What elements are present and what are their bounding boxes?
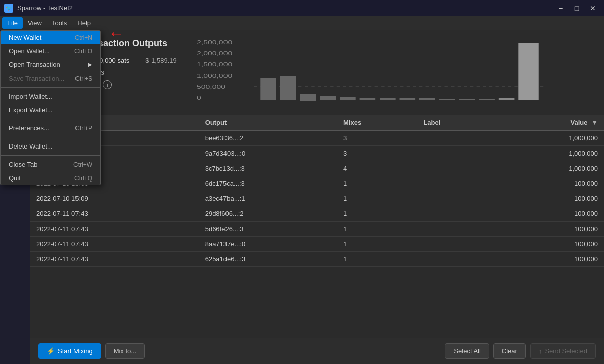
cell-date: 2022-07-11 07:43	[30, 237, 199, 252]
svg-text:1,500,000: 1,500,000	[197, 62, 232, 67]
svg-rect-7	[260, 78, 276, 100]
table-row[interactable]: 2022-07-11 07:43 29d8f606...:2 1 100,000	[30, 206, 604, 222]
svg-rect-8	[280, 76, 296, 100]
cell-output: bee63f36...:2	[199, 131, 337, 146]
cell-value: 100,000	[495, 237, 604, 252]
toolbar-right: Select All Clear ↑ Send Selected	[445, 343, 596, 359]
table-row[interactable]: 2022-07-11 08:47 3c7bc13d...:3 4 1,000,0…	[30, 161, 604, 176]
cell-date: 2022-07-11 07:43	[30, 206, 199, 222]
svg-text:1,000,000: 1,000,000	[197, 73, 232, 79]
cell-value: 1,000,000	[495, 161, 604, 176]
cell-label	[417, 161, 495, 176]
close-button[interactable]: ✕	[586, 3, 600, 14]
cell-output: 5d66fe26...:3	[199, 222, 337, 237]
svg-text:0: 0	[197, 95, 201, 101]
content-area: Unspent Transaction Outputs Balance: 5,6…	[30, 30, 604, 364]
menu-import-wallet[interactable]: Import Wallet...	[1, 90, 100, 103]
col-mixes: Mixes	[337, 115, 417, 131]
cell-mixes: 3	[337, 131, 417, 146]
cell-mixes: 1	[337, 191, 417, 206]
menu-quit[interactable]: Quit Ctrl+Q	[1, 171, 100, 185]
toolbar-left: ⚡ Start Mixing Mix to...	[38, 343, 145, 359]
svg-text:500,000: 500,000	[197, 84, 225, 90]
menu-preferences-shortcut: Ctrl+P	[75, 125, 92, 132]
send-selected-button[interactable]: ↑ Send Selected	[530, 343, 596, 359]
separator-2	[1, 119, 100, 119]
cell-value: 100,000	[495, 206, 604, 222]
menu-delete-wallet-label: Delete Wallet...	[9, 142, 53, 150]
file-dropdown-menu: New Wallet Ctrl+N Open Wallet... Ctrl+O …	[0, 30, 101, 185]
table-scroll[interactable]: Date Output Mixes Label Value ▼ 2022-07-…	[30, 115, 604, 271]
menu-open-transaction-label: Open Transaction	[9, 61, 60, 68]
cell-mixes: 3	[337, 146, 417, 161]
minimize-button[interactable]: −	[554, 3, 568, 14]
menu-open-wallet-label: Open Wallet...	[9, 47, 50, 55]
separator-3	[1, 137, 100, 137]
cell-mixes: 2	[337, 267, 417, 271]
svg-rect-18	[479, 99, 495, 100]
svg-rect-14	[399, 98, 415, 100]
chart-area: 2,500,000 2,000,000 1,500,000 1,000,000 …	[197, 38, 594, 109]
utxo-header: Unspent Transaction Outputs Balance: 5,6…	[30, 30, 604, 115]
menu-file[interactable]: File	[2, 17, 23, 29]
table-row[interactable]: 2022-07-11 07:43 8aa7137e...:0 1 100,000	[30, 237, 604, 252]
col-output: Output	[199, 115, 337, 131]
svg-rect-15	[419, 98, 435, 100]
table-row[interactable]: 2022-07-11 09:06 7ac1c114...:2 2 100,000	[30, 267, 604, 271]
utxos-info-icon[interactable]: i	[103, 80, 112, 89]
mix-to-button[interactable]: Mix to...	[105, 343, 145, 359]
svg-rect-11	[340, 97, 356, 100]
title-bar: 🐦 Sparrow - TestNet2 − □ ✕	[0, 0, 604, 16]
table-row[interactable]: 2022-07-11 07:43 5d66fe26...:3 1 100,000	[30, 222, 604, 237]
separator-4	[1, 155, 100, 156]
svg-rect-20	[518, 43, 538, 100]
col-value: Value ▼	[495, 115, 604, 131]
chart-svg: 2,500,000 2,000,000 1,500,000 1,000,000 …	[197, 38, 594, 109]
menu-save-transaction-shortcut: Ctrl+S	[75, 75, 92, 82]
cell-mixes: 1	[337, 206, 417, 222]
menu-open-transaction[interactable]: Open Transaction ▶	[1, 58, 100, 71]
table-row[interactable]: 2022-07-10 15:09 a3ec47ba...:1 1 100,000	[30, 191, 604, 206]
table-row[interactable]: 2022-07-10 15:06 6dc175ca...:3 1 100,000	[30, 176, 604, 191]
cell-mixes: 4	[337, 161, 417, 176]
title-bar-left: 🐦 Sparrow - TestNet2	[4, 4, 73, 13]
table-row[interactable]: 2022-07-11 07:43 625a1de6...:3 1 100,000	[30, 252, 604, 267]
table-row[interactable]: 2022-07-11 08:47 9a7d3403...:0 3 1,000,0…	[30, 146, 604, 161]
menu-open-transaction-arrow: ▶	[88, 62, 92, 67]
menu-delete-wallet[interactable]: Delete Wallet...	[1, 139, 100, 153]
menu-new-wallet[interactable]: New Wallet Ctrl+N	[1, 31, 100, 44]
sort-arrow: ▼	[591, 119, 598, 126]
menu-view[interactable]: View	[23, 17, 47, 29]
menu-export-wallet[interactable]: Export Wallet...	[1, 103, 100, 117]
svg-text:2,000,000: 2,000,000	[197, 51, 232, 56]
table-row[interactable]: 2022-07-11 08:47 bee63f36...:2 3 1,000,0…	[30, 131, 604, 146]
cell-mixes: 1	[337, 237, 417, 252]
cell-output: 9a7d3403...:0	[199, 146, 337, 161]
start-mixing-label: Start Mixing	[58, 347, 93, 355]
red-arrow-indicator: ←	[108, 25, 124, 41]
cell-mixes: 1	[337, 176, 417, 191]
mixing-icon: ⚡	[47, 347, 55, 355]
clear-button[interactable]: Clear	[493, 343, 526, 359]
cell-date: 2022-07-11 07:43	[30, 222, 199, 237]
select-all-button[interactable]: Select All	[445, 343, 489, 359]
menu-preferences[interactable]: Preferences... Ctrl+P	[1, 121, 100, 135]
menu-help[interactable]: Help	[72, 17, 96, 29]
svg-rect-16	[439, 99, 455, 100]
menu-quit-shortcut: Ctrl+Q	[74, 175, 92, 182]
cell-value: 100,000	[495, 222, 604, 237]
menu-quit-label: Quit	[9, 174, 21, 182]
menu-bar: File View Tools Help New Wallet Ctrl+N O…	[0, 16, 604, 30]
cell-value: 100,000	[495, 252, 604, 267]
menu-tools[interactable]: Tools	[47, 17, 72, 29]
cell-output: 7ac1c114...:2	[199, 267, 337, 271]
cell-value: 100,000	[495, 267, 604, 271]
cell-label	[417, 131, 495, 146]
maximize-button[interactable]: □	[570, 3, 584, 14]
menu-open-wallet[interactable]: Open Wallet... Ctrl+O	[1, 44, 100, 58]
menu-close-tab[interactable]: Close Tab Ctrl+W	[1, 158, 100, 171]
start-mixing-button[interactable]: ⚡ Start Mixing	[38, 343, 101, 359]
svg-rect-19	[499, 98, 515, 100]
cell-value: 1,000,000	[495, 146, 604, 161]
svg-rect-10	[320, 96, 336, 100]
